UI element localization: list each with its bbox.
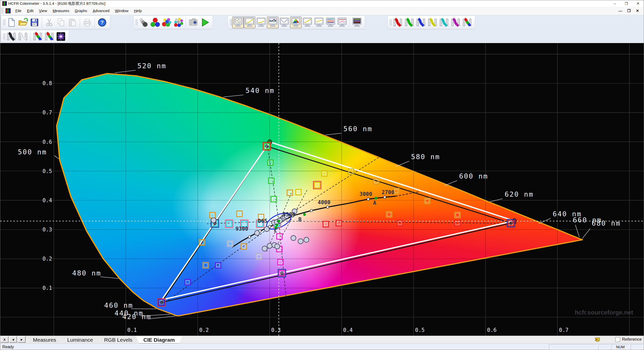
tab-luminance[interactable]: Luminance xyxy=(60,336,101,343)
open-folder-button[interactable] xyxy=(17,17,29,28)
close-view-button[interactable]: x xyxy=(1,336,9,343)
cie-overlay: 93005500400030002700ABCD65520 nm540 nm56… xyxy=(0,43,644,336)
film-blue-button[interactable] xyxy=(415,17,427,28)
wavelength-leader xyxy=(148,316,175,319)
film-white-button[interactable] xyxy=(17,31,29,42)
tab-rgb-levels[interactable]: RGB Levels xyxy=(97,336,140,343)
cut-button[interactable] xyxy=(44,17,55,28)
view-tab-bar: x◂▸ MeasuresLuminanceRGB LevelsCIE Diagr… xyxy=(0,336,644,343)
film-red-button[interactable] xyxy=(392,17,404,28)
film-green-button[interactable] xyxy=(404,17,415,28)
film-rgb2-button[interactable] xyxy=(32,31,44,42)
toolbar-group-file: ? xyxy=(1,16,110,29)
tab-measures[interactable]: Measures xyxy=(25,336,64,343)
reference-checkbox[interactable] xyxy=(615,337,620,342)
menu-measures[interactable]: Measures xyxy=(50,7,72,15)
wavelength-label: 600 nm xyxy=(459,172,488,180)
monitor-rgb-levels-button[interactable] xyxy=(267,17,278,28)
help-button[interactable]: ? xyxy=(96,17,108,28)
wavelength-leader xyxy=(582,229,590,238)
tab-label: CIE Diagram xyxy=(143,336,175,343)
film-rgb-button[interactable] xyxy=(461,17,473,28)
monitor-histogram-button[interactable] xyxy=(325,17,336,28)
measure-square-inner xyxy=(398,221,402,225)
mdi-close-button[interactable]: ✕ xyxy=(633,7,642,14)
film-black-button[interactable] xyxy=(6,31,17,42)
wavelength-leader xyxy=(100,277,118,278)
color-temp-marker xyxy=(383,196,386,198)
toolbar-group-views xyxy=(228,16,365,29)
measure-square-inner xyxy=(387,213,391,216)
save-button[interactable] xyxy=(29,17,40,28)
wavelength-label: 520 nm xyxy=(137,62,167,70)
mdi-restore-button[interactable]: ❐ xyxy=(625,7,633,14)
run-measures-button[interactable] xyxy=(199,17,211,28)
new-document-button[interactable] xyxy=(6,17,17,28)
measure-square-inner xyxy=(394,189,398,193)
measure-square-inner xyxy=(456,213,459,217)
grayscale-balls-button[interactable] xyxy=(138,17,149,28)
secondary-balls-button[interactable] xyxy=(161,17,173,28)
film-yellow-button[interactable] xyxy=(427,17,438,28)
mdi-minimize-button[interactable]: — xyxy=(616,7,625,14)
film-magenta-button[interactable] xyxy=(450,17,461,28)
camera-button[interactable] xyxy=(187,17,199,28)
menu-items: FileEditViewMeasuresGraphsAdvancedWindow… xyxy=(13,7,144,15)
menu-graphs[interactable]: Graphs xyxy=(72,7,90,15)
reference-checkbox-group[interactable]: Reference xyxy=(615,337,642,342)
measure-square-inner xyxy=(211,214,214,217)
measure-square-inner xyxy=(456,221,459,225)
status-message: Ready xyxy=(0,345,549,349)
monitor-colortemp-button[interactable] xyxy=(313,17,325,28)
menu-edit[interactable]: Edit xyxy=(24,7,36,15)
monitor-satlum-button[interactable] xyxy=(302,17,313,28)
measure-square-inner xyxy=(269,161,272,164)
next-view-button[interactable]: ▸ xyxy=(18,336,26,343)
app-icon xyxy=(2,1,7,6)
wavelength-leader xyxy=(115,70,136,73)
copy-button[interactable] xyxy=(55,17,67,28)
tab-nav-buttons: x◂▸ xyxy=(0,336,26,343)
contrast-nebula-button[interactable] xyxy=(55,31,67,42)
monitor-tracking-button[interactable] xyxy=(336,17,348,28)
menu-window[interactable]: Window xyxy=(112,7,131,15)
prev-view-button[interactable]: ◂ xyxy=(9,336,17,343)
primary-balls-button[interactable] xyxy=(149,17,161,28)
hcfr-window: HCFR Colorimeter - 3.5.1.4 - [8100 电影胶片2… xyxy=(0,0,644,350)
status-cell-1 xyxy=(549,344,597,350)
menu-view[interactable]: View xyxy=(36,7,50,15)
illuminant-label: A xyxy=(373,200,376,206)
monitor-measures-button[interactable] xyxy=(232,17,244,28)
monitor-luminance-button[interactable] xyxy=(278,17,290,28)
menu-help[interactable]: Help xyxy=(131,7,144,15)
tab-cie-diagram[interactable]: CIE Diagram xyxy=(136,336,182,343)
monitor-cie-button[interactable] xyxy=(290,17,302,28)
menu-bar: FileEditViewMeasuresGraphsAdvancedWindow… xyxy=(0,7,644,15)
menu-file[interactable]: File xyxy=(13,7,24,15)
illuminant-green-dot xyxy=(375,197,377,200)
color-temp-marker xyxy=(310,209,313,212)
status-cell-4 xyxy=(631,344,643,350)
illuminant-label: B xyxy=(298,217,302,223)
measure-circle xyxy=(211,218,216,223)
close-button[interactable]: ✕ xyxy=(632,0,644,7)
reference-profile-icon[interactable] xyxy=(595,337,600,342)
illuminant-label: 9300 xyxy=(235,226,248,232)
paste-button[interactable] xyxy=(67,17,78,28)
menu-advanced[interactable]: Advanced xyxy=(90,7,112,15)
minimize-button[interactable]: – xyxy=(609,0,621,7)
monitor-free-measures-button[interactable] xyxy=(351,17,363,28)
measure-square-inner xyxy=(324,222,328,226)
measure-circle xyxy=(298,239,303,244)
film-rgb3-button[interactable] xyxy=(44,31,55,42)
title-bar: HCFR Colorimeter - 3.5.1.4 - [8100 电影胶片2… xyxy=(0,0,644,7)
all-colors-balls-button[interactable] xyxy=(173,17,184,28)
film-cyan-button[interactable] xyxy=(438,17,450,28)
toolbar-row-1: ? xyxy=(0,15,644,30)
monitor-nearblack-button[interactable] xyxy=(255,17,267,28)
measure-circle xyxy=(275,244,280,249)
restore-button[interactable]: ❐ xyxy=(621,0,632,7)
color-temp-marker xyxy=(248,236,251,238)
print-button[interactable] xyxy=(82,17,93,28)
monitor-gamma-button[interactable] xyxy=(244,17,255,28)
